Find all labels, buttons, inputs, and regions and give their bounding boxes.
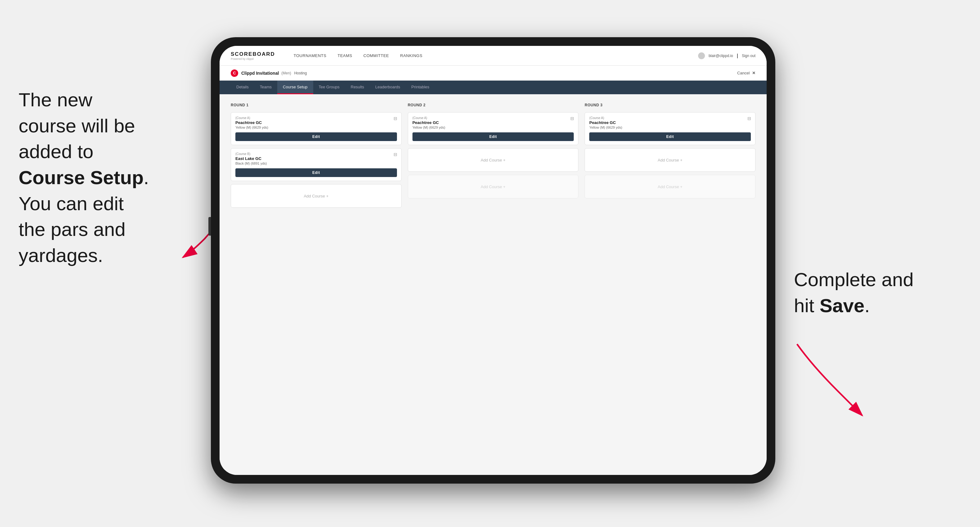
tournament-logo: C (231, 70, 238, 77)
right-annotation: Complete and hit Save. (794, 267, 955, 318)
brand-name: SCOREBOARD (231, 51, 275, 57)
round1-course-a-card: ⊟ (Course A) Peachtree GC Yellow (M) (66… (231, 112, 402, 145)
round-1-column: Round 1 ⊟ (Course A) Peachtree GC Yellow… (231, 103, 402, 208)
side-button (208, 217, 211, 236)
round1-courseA-tee: Yellow (M) (6629 yds) (235, 125, 397, 129)
nav-tournaments[interactable]: TOURNAMENTS (294, 53, 326, 58)
round3-add-course-disabled-text: Add Course + (658, 184, 682, 189)
round1-courseA-name: Peachtree GC (235, 120, 397, 125)
round1-courseA-edit-button[interactable]: Edit (235, 132, 397, 141)
nav-teams[interactable]: TEAMS (337, 53, 352, 58)
round3-courseA-label: (Course A) (589, 116, 751, 120)
round2-add-course-disabled-text: Add Course + (481, 184, 506, 189)
top-nav: SCOREBOARD Powered by clippd TOURNAMENTS… (220, 46, 767, 66)
tab-details[interactable]: Details (231, 81, 254, 94)
round2-courseA-edit-button[interactable]: Edit (412, 132, 574, 141)
round3-courseA-edit-button[interactable]: Edit (589, 132, 751, 141)
round2-courseA-delete-icon[interactable]: ⊟ (570, 116, 575, 121)
round2-course-a-card: ⊟ (Course A) Peachtree GC Yellow (M) (66… (408, 112, 579, 145)
round3-courseA-tee: Yellow (M) (6629 yds) (589, 125, 751, 129)
round2-courseA-tee: Yellow (M) (6629 yds) (412, 125, 574, 129)
round2-courseA-label: (Course A) (412, 116, 574, 120)
user-email: blair@clippd.io (709, 54, 733, 58)
round-3-label: Round 3 (585, 103, 756, 107)
round1-courseB-edit-button[interactable]: Edit (235, 168, 397, 177)
tournament-bar: C Clippd Invitational (Men) Hosting Canc… (220, 66, 767, 81)
round-3-column: Round 3 ⊟ (Course A) Peachtree GC Yellow… (585, 103, 756, 208)
tab-teams[interactable]: Teams (254, 81, 277, 94)
left-annotation: The new course will be added to Course S… (19, 87, 199, 268)
round1-courseB-tee: Black (M) (6891 yds) (235, 162, 397, 165)
main-content: Round 1 ⊟ (Course A) Peachtree GC Yellow… (220, 94, 767, 475)
round1-courseB-name: East Lake GC (235, 156, 397, 161)
round2-add-course-disabled-card: Add Course + (408, 175, 579, 198)
tab-results[interactable]: Results (345, 81, 370, 94)
tablet-frame: SCOREBOARD Powered by clippd TOURNAMENTS… (211, 37, 775, 484)
tab-leaderboards[interactable]: Leaderboards (370, 81, 406, 94)
round1-course-b-card: ⊟ (Course B) East Lake GC Black (M) (689… (231, 148, 402, 181)
nav-right: blair@clippd.io | Sign out (698, 52, 756, 59)
round3-courseA-delete-icon[interactable]: ⊟ (746, 116, 752, 121)
round3-add-course-text: Add Course + (658, 158, 682, 162)
round1-add-course-card[interactable]: Add Course + (231, 184, 402, 208)
tournament-type: (Men) (281, 71, 291, 75)
round1-courseB-delete-icon[interactable]: ⊟ (393, 152, 398, 157)
round-2-column: Round 2 ⊟ (Course A) Peachtree GC Yellow… (408, 103, 579, 208)
hosting-badge: Hosting (294, 71, 307, 75)
round3-course-a-card: ⊟ (Course A) Peachtree GC Yellow (M) (66… (585, 112, 756, 145)
powered-by: Powered by clippd (231, 57, 275, 60)
tab-tee-groups[interactable]: Tee Groups (313, 81, 345, 94)
round3-add-course-card[interactable]: Add Course + (585, 148, 756, 172)
round1-courseA-label: (Course A) (235, 116, 397, 120)
tablet-screen: SCOREBOARD Powered by clippd TOURNAMENTS… (220, 46, 767, 475)
round1-courseB-label: (Course B) (235, 152, 397, 156)
round-1-label: Round 1 (231, 103, 402, 107)
nav-rankings[interactable]: RANKINGS (400, 53, 422, 58)
cancel-button[interactable]: Cancel ✕ (737, 71, 756, 75)
user-avatar (698, 52, 705, 59)
round3-add-course-disabled-card: Add Course + (585, 175, 756, 198)
round2-courseA-name: Peachtree GC (412, 120, 574, 125)
round1-courseA-delete-icon[interactable]: ⊟ (393, 116, 398, 121)
round2-add-course-text: Add Course + (481, 158, 506, 162)
tab-bar: Details Teams Course Setup Tee Groups Re… (220, 81, 767, 94)
round2-add-course-card[interactable]: Add Course + (408, 148, 579, 172)
sign-out-link[interactable]: Sign out (742, 54, 756, 58)
brand-logo: SCOREBOARD Powered by clippd (231, 51, 275, 60)
nav-links: TOURNAMENTS TEAMS COMMITTEE RANKINGS (294, 53, 686, 58)
round3-courseA-name: Peachtree GC (589, 120, 751, 125)
round-2-label: Round 2 (408, 103, 579, 107)
nav-committee[interactable]: COMMITTEE (363, 53, 389, 58)
rounds-grid: Round 1 ⊟ (Course A) Peachtree GC Yellow… (231, 103, 756, 208)
round1-add-course-text: Add Course + (304, 194, 328, 198)
tab-printables[interactable]: Printables (406, 81, 435, 94)
right-arrow (781, 341, 875, 422)
tournament-name: Clippd Invitational (241, 71, 279, 76)
tab-course-setup[interactable]: Course Setup (277, 81, 313, 94)
